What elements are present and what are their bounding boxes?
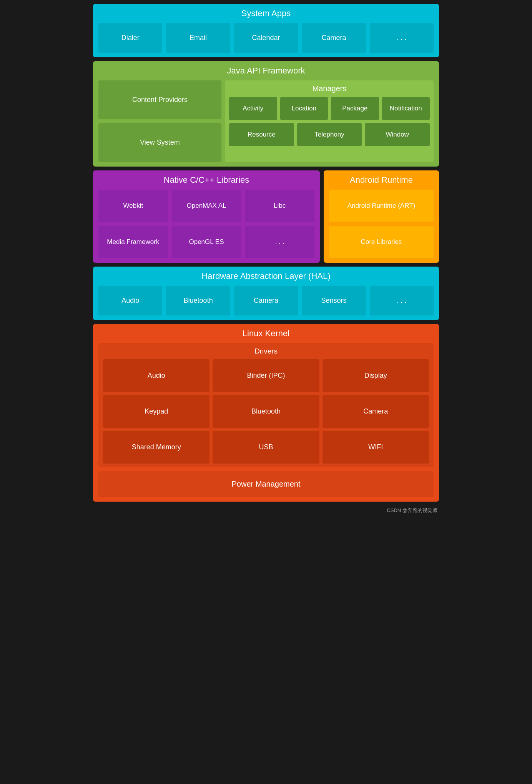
android-runtime-item: Core Libraries xyxy=(329,226,434,258)
hal-item: Audio xyxy=(98,286,162,315)
hal-item: . . . xyxy=(370,286,434,315)
system-app-item: Dialer xyxy=(98,23,162,53)
driver-item: Shared Memory xyxy=(103,431,209,464)
power-management-box: Power Management xyxy=(98,471,434,497)
android-architecture-diagram: System Apps DialerEmailCalendarCamera. .… xyxy=(93,4,439,514)
java-api-title: Java API Framework xyxy=(98,66,434,76)
system-app-item: Camera xyxy=(302,23,366,53)
drivers-row3: Shared MemoryUSBWIFI xyxy=(103,431,429,464)
manager-item: Activity xyxy=(229,97,277,120)
managers-row2: ResourceTelephonyWindow xyxy=(229,123,430,146)
driver-item: WIFI xyxy=(323,431,429,464)
native-cpp-item: Media Framework xyxy=(98,226,168,258)
system-apps-items: DialerEmailCalendarCamera. . . xyxy=(98,23,434,53)
drivers-title: Drivers xyxy=(103,347,429,355)
manager-item: Telephony xyxy=(297,123,362,146)
drivers-box: Drivers AudioBinder (IPC)Display KeypadB… xyxy=(98,343,434,467)
drivers-row2: KeypadBluetoothCamera xyxy=(103,395,429,428)
system-app-item: . . . xyxy=(370,23,434,53)
driver-item: Audio xyxy=(103,359,209,392)
java-api-left-item: Content Providers xyxy=(98,80,221,119)
native-cpp-row1: WebkitOpenMAX ALLibc xyxy=(98,190,314,222)
native-cpp-item: OpenMAX AL xyxy=(172,190,241,222)
driver-item: Keypad xyxy=(103,395,209,428)
linux-kernel-layer: Linux Kernel Drivers AudioBinder (IPC)Di… xyxy=(93,324,439,502)
managers-row1: ActivityLocationPackageNotification xyxy=(229,97,430,120)
manager-item: Location xyxy=(280,97,328,120)
hal-layer: Hardware Abstraction Layer (HAL) AudioBl… xyxy=(93,267,439,320)
native-cpp-layer: Native C/C++ Libraries WebkitOpenMAX ALL… xyxy=(93,170,320,263)
hal-item: Bluetooth xyxy=(166,286,230,315)
system-app-item: Email xyxy=(166,23,230,53)
driver-item: Display xyxy=(323,359,429,392)
driver-item: Binder (IPC) xyxy=(213,359,319,392)
android-runtime-layer: Android Runtime Android Runtime (ART)Cor… xyxy=(324,170,439,263)
native-cpp-item: Webkit xyxy=(98,190,168,222)
hal-title: Hardware Abstraction Layer (HAL) xyxy=(98,271,434,281)
system-apps-title: System Apps xyxy=(98,8,434,18)
watermark: CSDN @奔跑的视觉师 xyxy=(93,507,439,514)
hal-item: Sensors xyxy=(302,286,366,315)
system-apps-layer: System Apps DialerEmailCalendarCamera. .… xyxy=(93,4,439,57)
native-cpp-title: Native C/C++ Libraries xyxy=(98,175,314,185)
android-runtime-items: Android Runtime (ART)Core Libraries xyxy=(329,190,434,258)
manager-item: Notification xyxy=(382,97,430,120)
hal-items: AudioBluetoothCameraSensors. . . xyxy=(98,286,434,315)
managers-title: Managers xyxy=(229,84,430,93)
managers-box: Managers ActivityLocationPackageNotifica… xyxy=(225,80,434,162)
android-runtime-title: Android Runtime xyxy=(329,175,434,185)
manager-item: Resource xyxy=(229,123,294,146)
driver-item: Camera xyxy=(323,395,429,428)
android-runtime-item: Android Runtime (ART) xyxy=(329,190,434,222)
manager-item: Package xyxy=(331,97,379,120)
system-app-item: Calendar xyxy=(234,23,298,53)
java-api-left: Content ProvidersView System xyxy=(98,80,221,162)
java-api-left-item: View System xyxy=(98,123,221,162)
manager-item: Window xyxy=(365,123,430,146)
native-cpp-item: . . . xyxy=(245,226,314,258)
drivers-row1: AudioBinder (IPC)Display xyxy=(103,359,429,392)
drivers-grid: AudioBinder (IPC)Display KeypadBluetooth… xyxy=(103,359,429,464)
driver-item: Bluetooth xyxy=(213,395,319,428)
native-cpp-item: Libc xyxy=(245,190,314,222)
native-cpp-grid: WebkitOpenMAX ALLibc Media FrameworkOpen… xyxy=(98,190,314,258)
hal-item: Camera xyxy=(234,286,298,315)
native-cpp-item: OpenGL ES xyxy=(172,226,241,258)
java-api-layer: Java API Framework Content ProvidersView… xyxy=(93,61,439,167)
linux-kernel-title: Linux Kernel xyxy=(98,329,434,339)
java-api-inner: Content ProvidersView System Managers Ac… xyxy=(98,80,434,162)
native-cpp-row2: Media FrameworkOpenGL ES. . . xyxy=(98,226,314,258)
middle-row: Native C/C++ Libraries WebkitOpenMAX ALL… xyxy=(93,170,439,263)
driver-item: USB xyxy=(213,431,319,464)
